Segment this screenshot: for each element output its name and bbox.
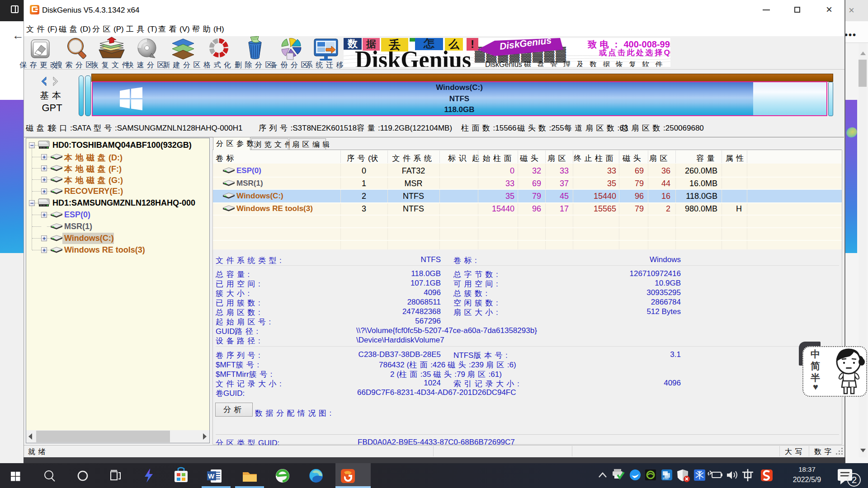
svg-text:intel: intel <box>663 477 669 480</box>
svg-text:2: 2 <box>852 475 857 485</box>
svg-text:W: W <box>208 472 215 480</box>
